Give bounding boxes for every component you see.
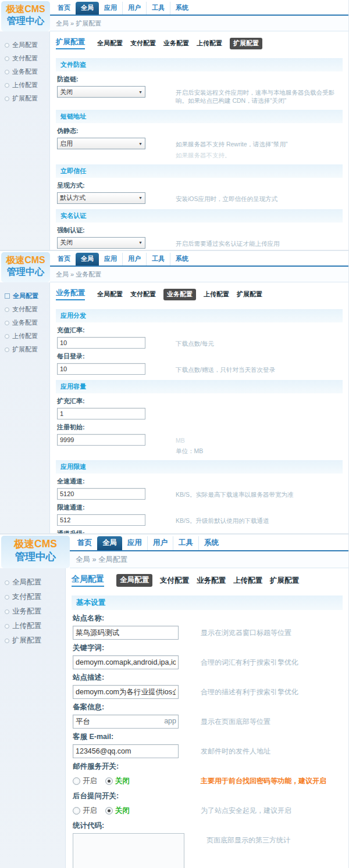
text-input[interactable] xyxy=(73,715,179,729)
text-input[interactable] xyxy=(73,655,179,669)
hint-wrap: 开启后安装远程文件应用时，速率与本地服务器负载会受影响。如果站点已构建 CDN，… xyxy=(176,86,343,105)
sidebar-item-5[interactable]: 扩展配置 xyxy=(0,92,49,105)
sidebar-item-5[interactable]: 扩展配置 xyxy=(0,633,65,648)
sidebar-item-3[interactable]: 业务配置 xyxy=(0,604,65,619)
field-label: 后台提问开关: xyxy=(73,791,343,801)
chevron-down-icon: ▼ xyxy=(138,142,143,146)
config-tab-5[interactable]: 扩展配置 xyxy=(237,290,262,299)
radio-icon[interactable] xyxy=(105,807,113,815)
nav-item-6[interactable]: 系统 xyxy=(198,536,224,550)
nav-item-5[interactable]: 工具 xyxy=(146,2,170,15)
text-input[interactable] xyxy=(57,434,145,446)
text-input[interactable] xyxy=(57,337,145,349)
config-tab-4[interactable]: 上传配置 xyxy=(204,290,229,299)
hint-wrap: MB单位：MB xyxy=(176,434,203,455)
select-field[interactable]: 关闭▼ xyxy=(57,237,145,249)
select-field[interactable]: 关闭▼ xyxy=(57,86,145,98)
bullet-icon xyxy=(5,307,9,312)
section-header: 基本设置 xyxy=(72,596,343,610)
sidebar-item-2[interactable]: 支付配置 xyxy=(0,52,49,65)
field-row: 显示在浏览器窗口标题等位置 xyxy=(73,626,343,640)
sidebar-item-2[interactable]: 支付配置 xyxy=(0,303,49,316)
radio-option-2[interactable]: 关闭 xyxy=(105,806,130,816)
config-tab-5[interactable]: 扩展配置 xyxy=(270,576,299,586)
nav-item-5[interactable]: 工具 xyxy=(173,536,198,550)
text-input[interactable] xyxy=(73,685,179,699)
config-tab-3[interactable]: 业务配置 xyxy=(163,39,189,48)
radio-icon[interactable] xyxy=(105,777,113,785)
nav-item-4[interactable]: 用户 xyxy=(122,2,146,15)
shot-body: 全局配置支付配置业务配置上传配置扩展配置全局配置全局配置支付配置业务配置上传配置… xyxy=(0,568,348,868)
select-field[interactable]: 启用▼ xyxy=(57,138,145,149)
nav-item-3[interactable]: 应用 xyxy=(99,253,122,266)
sidebar-item-label: 扩展配置 xyxy=(12,345,38,354)
sidebar-item-1[interactable]: 全局配置 xyxy=(0,38,49,52)
sidebar: 全局配置支付配置业务配置上传配置扩展配置 xyxy=(0,282,50,533)
nav-item-2[interactable]: 全局 xyxy=(76,253,99,266)
sidebar-item-1[interactable]: 全局配置 xyxy=(0,289,49,303)
radio-icon[interactable] xyxy=(73,807,80,815)
brand-subtitle: 管理中心 xyxy=(1,266,50,278)
config-tab-1[interactable]: 全局配置 xyxy=(97,39,123,48)
text-input[interactable] xyxy=(57,488,145,500)
text-input[interactable] xyxy=(57,408,145,419)
radio-icon[interactable] xyxy=(73,777,80,785)
nav-item-6[interactable]: 系统 xyxy=(170,253,194,266)
nav-item-4[interactable]: 用户 xyxy=(122,253,146,266)
config-tab-2[interactable]: 支付配置 xyxy=(130,290,156,299)
watermark-text: 如果服务器不支持。 xyxy=(176,149,288,159)
text-input[interactable] xyxy=(57,363,145,375)
nav-item-1[interactable]: 首页 xyxy=(52,2,76,15)
page-title: 全局配置 xyxy=(72,574,104,587)
nav-item-3[interactable]: 应用 xyxy=(99,2,122,15)
text-input[interactable] xyxy=(73,744,179,758)
field-label: 扩充汇率: xyxy=(57,397,343,406)
field-row: 发邮件时的发件人地址 xyxy=(73,744,343,758)
sidebar-item-3[interactable]: 业务配置 xyxy=(0,316,49,329)
bullet-icon xyxy=(5,580,9,585)
radio-option-2[interactable]: 关闭 xyxy=(105,776,130,786)
nav-item-2[interactable]: 全局 xyxy=(97,536,122,550)
shot-body: 全局配置支付配置业务配置上传配置扩展配置业务配置全局配置支付配置业务配置上传配置… xyxy=(0,282,348,533)
sidebar-item-5[interactable]: 扩展配置 xyxy=(0,343,49,356)
field-row: KB/S。实际最高下载速率以服务器带宽为准 xyxy=(57,488,343,500)
sidebar-item-label: 扩展配置 xyxy=(12,636,41,645)
config-tab-3[interactable]: 业务配置 xyxy=(163,289,196,300)
page-title: 扩展配置 xyxy=(56,37,85,49)
nav-item-2[interactable]: 全局 xyxy=(76,2,99,15)
nav-item-5[interactable]: 工具 xyxy=(146,253,170,266)
sidebar-item-4[interactable]: 上传配置 xyxy=(0,619,65,633)
nav-item-3[interactable]: 应用 xyxy=(122,536,147,550)
sidebar-item-1[interactable]: 全局配置 xyxy=(0,575,65,590)
select-value: 关闭 xyxy=(60,88,73,96)
sidebar-item-2[interactable]: 支付配置 xyxy=(0,590,65,604)
config-tab-1[interactable]: 全局配置 xyxy=(97,290,123,299)
field-hint: 页面底部显示的第三方统计 xyxy=(206,833,290,845)
config-tab-3[interactable]: 业务配置 xyxy=(197,576,226,586)
bullet-icon xyxy=(5,70,9,74)
nav-item-6[interactable]: 系统 xyxy=(170,2,194,15)
select-field[interactable]: 默认方式▼ xyxy=(57,192,145,204)
hint-wrap: KB/S。实际最高下载速率以服务器带宽为准 xyxy=(176,488,293,498)
config-tab-2[interactable]: 支付配置 xyxy=(160,576,189,586)
nav-item-4[interactable]: 用户 xyxy=(147,536,173,550)
sidebar-item-4[interactable]: 上传配置 xyxy=(0,78,49,92)
config-tab-1[interactable]: 全局配置 xyxy=(116,574,152,587)
field-label: 全速通道: xyxy=(57,477,343,486)
sidebar-item-4[interactable]: 上传配置 xyxy=(0,329,49,343)
radio-option-1[interactable]: 开启 xyxy=(73,776,97,786)
field-label: 充值汇率: xyxy=(57,326,343,335)
config-tab-4[interactable]: 上传配置 xyxy=(197,39,222,48)
sidebar-item-3[interactable]: 业务配置 xyxy=(0,65,49,78)
config-tab-2[interactable]: 支付配置 xyxy=(130,39,156,48)
config-tab-5[interactable]: 扩展配置 xyxy=(230,38,262,49)
radio-option-1[interactable]: 开启 xyxy=(73,806,97,816)
text-input[interactable] xyxy=(57,514,145,526)
nav-item-1[interactable]: 首页 xyxy=(72,536,97,550)
text-input[interactable] xyxy=(73,626,179,640)
field-row: 关闭▼开启后安装远程文件应用时，速率与本地服务器负载会受影响。如果站点已构建 C… xyxy=(57,86,343,105)
stats-code-textarea[interactable] xyxy=(73,833,184,868)
nav-item-1[interactable]: 首页 xyxy=(52,253,76,266)
sidebar-item-label: 业务配置 xyxy=(12,67,38,76)
config-tab-4[interactable]: 上传配置 xyxy=(233,576,262,586)
